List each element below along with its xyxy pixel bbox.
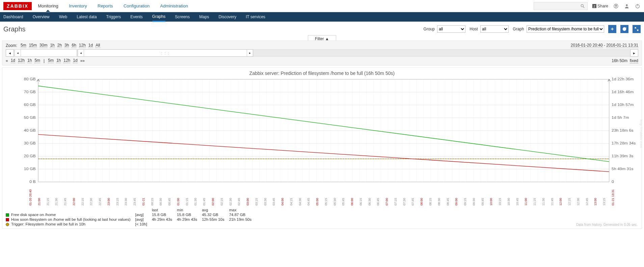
- date-from[interactable]: 2016-01-20 20:40: [571, 43, 603, 48]
- share-button[interactable]: Z Share: [592, 4, 608, 8]
- subnav-triggers[interactable]: Triggers: [106, 12, 121, 21]
- svg-text:10 GB: 10 GB: [24, 167, 36, 171]
- subnav-it[interactable]: IT services: [246, 12, 265, 21]
- zoom-12h[interactable]: 12h: [79, 43, 86, 48]
- subnav-dashboard[interactable]: Dashboard: [3, 12, 23, 21]
- nav-last[interactable]: »»: [80, 58, 85, 63]
- svg-text:0 B: 0 B: [29, 180, 36, 184]
- slider-left-block[interactable]: ◄: [15, 49, 77, 57]
- chart-container: Zabbix server: Prediction of filesystem …: [2, 68, 642, 229]
- svg-text:1d 22h 36m: 1d 22h 36m: [612, 77, 634, 81]
- chart-plot[interactable]: 0 B010 GB5h 49m 31s20 GB11h 39m 3s30 GB1…: [6, 77, 638, 192]
- nav-r-5m[interactable]: 5m: [48, 58, 54, 63]
- nav-inventory[interactable]: Inventory: [69, 3, 87, 8]
- group-label: Group: [424, 27, 435, 31]
- subnav-latest[interactable]: Latest data: [77, 12, 97, 21]
- slider-grip-icon[interactable]: : : :: [161, 51, 169, 55]
- zoom-5m[interactable]: 5m: [21, 43, 26, 48]
- time-slider[interactable]: ◄ ◄ ◄ : : : ► ►: [6, 49, 638, 57]
- nav-r-1h[interactable]: 1h: [56, 58, 61, 63]
- subnav-maps[interactable]: Maps: [199, 12, 209, 21]
- share-label: Share: [597, 4, 608, 8]
- add-button[interactable]: [608, 25, 616, 33]
- chart-svg: 0 B010 GB5h 49m 31s20 GB11h 39m 3s30 GB1…: [6, 77, 638, 192]
- help-icon[interactable]: ?: [613, 3, 619, 9]
- time-panel: Zoom: 5m 15m 30m 1h 2h 3h 6h 12h 1d All …: [2, 41, 642, 65]
- svg-text:50 GB: 50 GB: [24, 116, 36, 119]
- svg-text:30 GB: 30 GB: [24, 141, 36, 145]
- svg-text:11h 39m 3s: 11h 39m 3s: [612, 154, 634, 158]
- nav-monitoring[interactable]: Monitoring: [38, 3, 58, 8]
- nav-r-12h[interactable]: 12h: [63, 58, 70, 63]
- subnav-web[interactable]: Web: [59, 12, 67, 21]
- nav-duration: 16h 50m fixed: [612, 58, 638, 63]
- slider-step-right[interactable]: ►: [630, 49, 638, 57]
- nav-reports[interactable]: Reports: [98, 3, 113, 8]
- svg-line-1: [583, 6, 585, 8]
- topbar: ZABBIX Monitoring Inventory Reports Conf…: [0, 0, 644, 12]
- slider-window[interactable]: ◄ : : : ►: [78, 49, 253, 57]
- svg-text:17h 28m 34s: 17h 28m 34s: [612, 141, 636, 145]
- zoom-all[interactable]: All: [96, 43, 100, 48]
- svg-text:40 GB: 40 GB: [24, 129, 36, 132]
- host-label: Host: [469, 27, 478, 31]
- nav-first[interactable]: «: [6, 58, 8, 63]
- search-icon[interactable]: [580, 3, 585, 9]
- legend-hdr-min: min: [177, 208, 202, 212]
- zoom-1d[interactable]: 1d: [88, 43, 93, 48]
- host-select[interactable]: all: [480, 25, 509, 33]
- nav-l-1d[interactable]: 1d: [11, 58, 15, 63]
- power-icon[interactable]: [635, 3, 641, 9]
- sub-nav: Dashboard Overview Web Latest data Trigg…: [0, 12, 644, 22]
- graph-label: Graph: [513, 27, 524, 31]
- fullscreen-button[interactable]: [633, 25, 641, 33]
- graph-filters: Group all Host all Graph Prediction of f…: [424, 25, 641, 33]
- graph-select[interactable]: Prediction of filesystem /home to be ful…: [527, 25, 604, 33]
- chart-title: Zabbix server: Prediction of filesystem …: [6, 71, 638, 76]
- nav-l-5m[interactable]: 5m: [34, 58, 40, 63]
- search-input[interactable]: [536, 4, 580, 8]
- zoom-2h[interactable]: 2h: [57, 43, 62, 48]
- svg-text:Z: Z: [593, 4, 595, 8]
- zoom-1h[interactable]: 1h: [50, 43, 54, 48]
- subnav-events[interactable]: Events: [130, 12, 143, 21]
- slider-step-left[interactable]: ◄: [6, 49, 14, 57]
- svg-text:80 GB: 80 GB: [24, 77, 36, 81]
- slider-window-right-handle[interactable]: ►: [247, 50, 253, 56]
- zoom-3h[interactable]: 3h: [64, 43, 69, 48]
- group-select[interactable]: all: [437, 25, 465, 33]
- date-to[interactable]: 2016-01-21 13:31: [606, 43, 638, 48]
- slider-window-left-handle[interactable]: ◄: [78, 50, 84, 56]
- chart-watermark: http://zabbix.com: [639, 119, 643, 148]
- legend-hdr-last: last: [152, 208, 177, 212]
- svg-point-0: [581, 4, 583, 7]
- nav-l-12h[interactable]: 12h: [18, 58, 25, 63]
- nav-administration[interactable]: Administration: [160, 3, 188, 8]
- legend-swatch-0: [6, 213, 9, 217]
- subnav-discovery[interactable]: Discovery: [219, 12, 237, 21]
- user-icon[interactable]: [624, 3, 630, 9]
- chart-footnote: Data from history. Generated in 0.05 sec…: [576, 223, 638, 226]
- subnav-screens[interactable]: Screens: [175, 12, 190, 21]
- zoom-6h[interactable]: 6h: [72, 43, 76, 48]
- svg-text:5h 49m 31s: 5h 49m 31s: [612, 167, 634, 171]
- subnav-overview[interactable]: Overview: [33, 12, 50, 21]
- search-box[interactable]: [534, 2, 588, 10]
- nav-l-1h[interactable]: 1h: [27, 58, 32, 63]
- top-tools: Z Share ?: [534, 2, 641, 10]
- svg-text:60 GB: 60 GB: [24, 103, 36, 107]
- nav-configuration[interactable]: Configuration: [124, 3, 150, 8]
- zoom-30m[interactable]: 30m: [39, 43, 47, 48]
- nav-fixed[interactable]: fixed: [630, 58, 638, 63]
- refresh-button[interactable]: [620, 25, 628, 33]
- nav-r-1d[interactable]: 1d: [73, 58, 77, 63]
- zoom-label: Zoom:: [6, 43, 17, 48]
- legend-swatch-trigger: [6, 223, 9, 226]
- svg-text:20 GB: 20 GB: [24, 154, 36, 158]
- subnav-graphs[interactable]: Graphs: [152, 12, 165, 22]
- zoom-15m[interactable]: 15m: [29, 43, 37, 48]
- slider-left-handle[interactable]: ◄: [15, 50, 21, 56]
- page-header: Graphs Group all Host all Graph Predicti…: [0, 22, 644, 36]
- chart-legend: last min avg max Free disk space on /hom…: [6, 208, 638, 226]
- legend-hdr-max: max: [229, 208, 257, 212]
